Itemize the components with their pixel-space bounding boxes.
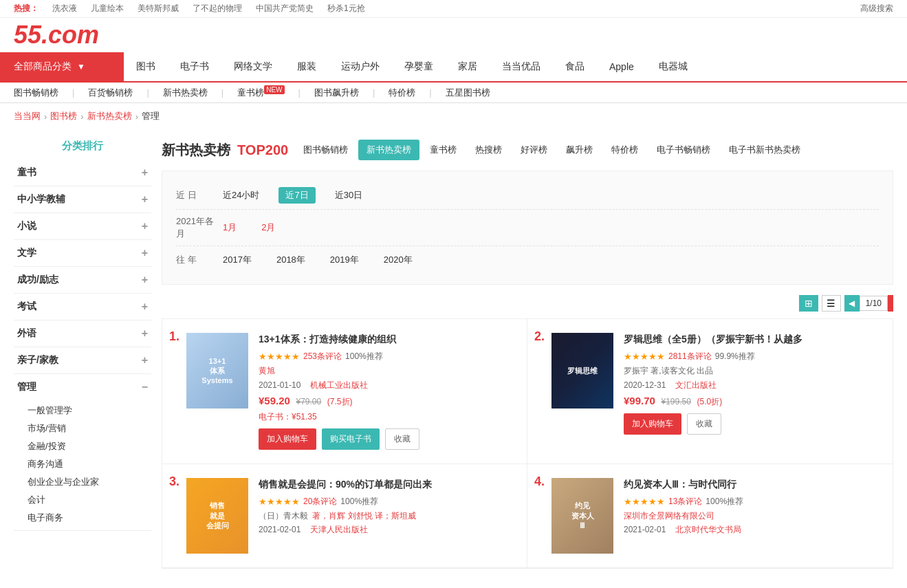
book-company-4[interactable]: 深圳市全景网络有限公司	[624, 510, 882, 522]
sidebar-category-language[interactable]: 外语 +	[14, 320, 151, 347]
sub-nav-children[interactable]: 童书榜NEW	[237, 86, 284, 99]
tab-ebook-new-hot[interactable]: 电子书新书热卖榜	[721, 140, 809, 160]
sub-nav-discount[interactable]: 特价榜	[389, 87, 415, 99]
favorite-2[interactable]: 收藏	[687, 413, 721, 435]
sidebar-sub-item-general-mgmt[interactable]: 一般管理学	[24, 402, 151, 420]
sub-nav-new-hot[interactable]: 新书热卖榜	[163, 87, 208, 99]
add-to-cart-2[interactable]: 加入购物车	[624, 413, 681, 435]
book-cover-2[interactable]: 罗辑思维	[551, 333, 613, 409]
review-count-1[interactable]: 253条评论	[303, 351, 342, 362]
breadcrumb-new-hot[interactable]: 新书热卖榜	[87, 110, 132, 122]
grid-view-button[interactable]: ⊞	[799, 295, 818, 312]
nav-item-food[interactable]: 食品	[553, 52, 597, 81]
filter-month-2[interactable]: 2月	[256, 219, 281, 236]
review-count-4[interactable]: 13条评论	[668, 496, 702, 508]
book-cover-1[interactable]: 13+1体系Systems	[186, 333, 248, 409]
book-title-3[interactable]: 销售就是会提问：90%的订单都是问出来	[259, 478, 516, 492]
book-title-1[interactable]: 13+1体系：打造持续健康的组织	[259, 333, 516, 347]
advanced-search-link[interactable]: 高级搜索	[860, 3, 893, 14]
favorite-1[interactable]: 收藏	[385, 428, 419, 450]
book-title-4[interactable]: 约见资本人Ⅲ：与时代同行	[624, 478, 882, 492]
book-meta-date-1: 2021-01-10 机械工业出版社	[259, 380, 516, 391]
review-count-3[interactable]: 20条评论	[303, 496, 337, 508]
tab-books-bestseller[interactable]: 图书畅销榜	[295, 140, 356, 160]
sidebar-sub-item-accounting[interactable]: 会计	[24, 491, 151, 509]
sidebar-sub-item-finance[interactable]: 金融/投资	[24, 437, 151, 455]
filter-24h[interactable]: 近24小时	[217, 187, 265, 204]
sidebar-category-parenting[interactable]: 亲子/家教 +	[14, 347, 151, 373]
tab-rising[interactable]: 飙升榜	[558, 140, 601, 160]
hot-search-2[interactable]: 儿童绘本	[91, 3, 124, 14]
book-publisher-4[interactable]: 北京时代华文书局	[675, 525, 741, 534]
sidebar-category-exam[interactable]: 考试 +	[14, 294, 151, 320]
nav-item-ebook[interactable]: 电子书	[168, 52, 221, 81]
sidebar-section-novel: 小说 +	[14, 213, 151, 240]
nav-item-apple[interactable]: Apple	[597, 53, 646, 80]
tab-hot-search[interactable]: 热搜榜	[467, 140, 510, 160]
review-count-2[interactable]: 2811条评论	[668, 351, 712, 362]
all-categories-button[interactable]: 全部商品分类 ▼	[0, 52, 124, 81]
logo-bar: 55.com	[0, 18, 907, 52]
nav-item-clothing[interactable]: 服装	[285, 52, 329, 81]
tab-reviews[interactable]: 好评榜	[512, 140, 556, 160]
book-price-2: ¥99.70 ¥199.50 (5.0折)	[624, 395, 882, 408]
cover-text-3: 销售就是会提问	[203, 497, 232, 534]
sidebar-sub-item-startup[interactable]: 创业企业与企业家	[24, 473, 151, 491]
book-cover-4[interactable]: 约见资本人Ⅲ	[551, 478, 613, 554]
filter-year-2018[interactable]: 2018年	[271, 252, 311, 268]
sidebar-category-success[interactable]: 成功/励志 +	[14, 267, 151, 293]
filter-year-label: 2021年各月	[176, 215, 217, 240]
sidebar-sub-item-ecommerce[interactable]: 电子商务	[24, 509, 151, 527]
filter-30days[interactable]: 近30日	[329, 187, 368, 204]
sidebar-title: 分类排行	[14, 129, 151, 160]
nav-item-novel[interactable]: 网络文学	[221, 52, 285, 81]
filter-year-2020[interactable]: 2020年	[378, 252, 418, 268]
breadcrumb-home[interactable]: 当当网	[14, 110, 41, 122]
sidebar-category-novel[interactable]: 小说 +	[14, 213, 151, 239]
filter-month-1[interactable]: 1月	[217, 219, 242, 236]
sub-nav-five-star[interactable]: 五星图书榜	[446, 87, 490, 99]
filter-year-2017[interactable]: 2017年	[217, 252, 257, 268]
tab-ebook-bestseller[interactable]: 电子书畅销榜	[648, 140, 719, 160]
book-publisher-3[interactable]: 天津人民出版社	[310, 525, 368, 534]
nav-item-baby[interactable]: 孕婴童	[392, 52, 446, 81]
tab-new-hot[interactable]: 新书热卖榜	[358, 140, 419, 160]
nav-item-books[interactable]: 图书	[124, 52, 168, 81]
page-prev-button[interactable]: ◀	[844, 295, 860, 312]
buy-ebook-1[interactable]: 购买电子书	[322, 428, 380, 450]
filter-7days[interactable]: 近7日	[278, 187, 315, 204]
sidebar-category-textbook[interactable]: 中小学教辅 +	[14, 186, 151, 213]
nav-item-electronics[interactable]: 电器城	[646, 52, 700, 81]
hot-search-3[interactable]: 美特斯邦威	[138, 3, 179, 14]
book-cover-3[interactable]: 销售就是会提问	[186, 478, 248, 554]
site-logo[interactable]: 55.com	[14, 21, 99, 50]
breadcrumb-books-rank[interactable]: 图书榜	[50, 110, 77, 122]
nav-item-home[interactable]: 家居	[446, 52, 490, 81]
tab-discount[interactable]: 特价榜	[603, 140, 646, 160]
nav-item-sports[interactable]: 运动户外	[329, 52, 392, 81]
book-publisher-1[interactable]: 机械工业出版社	[310, 380, 368, 390]
book-author-2[interactable]: 罗振宇 著,读客文化 出品	[624, 365, 882, 377]
filter-year-2019[interactable]: 2019年	[325, 252, 364, 268]
tab-children[interactable]: 童书榜	[422, 140, 465, 160]
book-title-2[interactable]: 罗辑思维（全5册）（罗振宇新书！从越多	[624, 333, 882, 347]
sidebar-category-management[interactable]: 管理 −	[14, 374, 151, 400]
hot-search-5[interactable]: 中国共产党简史	[256, 3, 314, 14]
hot-search-4[interactable]: 了不起的物理	[193, 3, 242, 14]
sidebar-category-literature[interactable]: 文学 +	[14, 240, 151, 266]
sub-nav-general-bestseller[interactable]: 百货畅销榜	[88, 87, 133, 99]
sidebar-sub-item-business-comm[interactable]: 商务沟通	[24, 455, 151, 473]
sidebar-sub-item-marketing[interactable]: 市场/营销	[24, 420, 151, 437]
nav-item-premium[interactable]: 当当优品	[490, 52, 553, 81]
sub-nav-books-bestseller[interactable]: 图书畅销榜	[14, 87, 58, 99]
book-publisher-2[interactable]: 文汇出版社	[675, 380, 717, 390]
sidebar-category-children[interactable]: 童书 +	[14, 160, 151, 186]
book-author-1[interactable]: 黄旭	[259, 365, 516, 377]
plus-icon-textbook: +	[142, 193, 148, 206]
list-view-button[interactable]: ☰	[822, 295, 841, 312]
add-to-cart-1[interactable]: 加入购物车	[259, 428, 316, 450]
hot-search-1[interactable]: 洗衣液	[52, 3, 77, 14]
sub-nav-rising[interactable]: 图书飙升榜	[314, 87, 359, 99]
hot-search-6[interactable]: 秒杀1元抢	[327, 3, 365, 14]
plus-icon-success: +	[142, 274, 148, 286]
